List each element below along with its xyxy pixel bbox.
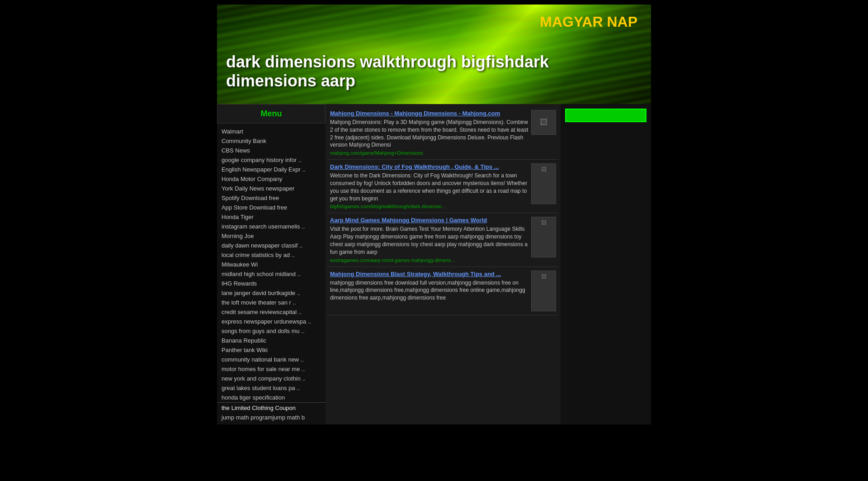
result-item: Mahjong Dimensions Blast Strategy, Walkt…	[328, 267, 558, 315]
list-item[interactable]: the Limited Clothing Coupon	[217, 402, 326, 413]
result-url-1[interactable]: mahjong.com/game/Mahjong+Dimensions	[330, 150, 529, 156]
left-sidebar: Menu Walmart Community Bank CBS News goo…	[217, 104, 326, 424]
brand-title: MAGYAR NAP	[540, 14, 637, 30]
list-item[interactable]: the loft movie theater san r ..	[217, 298, 326, 307]
list-item[interactable]: credit sesame reviewscapital ..	[217, 307, 326, 317]
result-thumb-4: 🖼	[531, 271, 556, 311]
site-title: dark dimensions walkthrough bigfishdark …	[226, 52, 642, 90]
result-title-2[interactable]: Dark Dimensions: City of Fog Walkthrough…	[330, 163, 529, 170]
list-item[interactable]: daily dawn newspaper classif ..	[217, 241, 326, 250]
result-item: Aarp Mind Games Mahjongg Dimensions | Ga…	[328, 213, 558, 267]
result-title-3[interactable]: Aarp Mind Games Mahjongg Dimensions | Ga…	[330, 217, 529, 224]
result-item: Dark Dimensions: City of Fog Walkthrough…	[328, 160, 558, 213]
result-title-1[interactable]: Mahjong Dimensions - Mahjongg Dimensions…	[330, 110, 529, 117]
result-desc-4: mahjongg dimensions free download full v…	[330, 279, 529, 302]
result-text: Mahjong Dimensions - Mahjongg Dimensions…	[330, 110, 529, 156]
result-desc-1: Mahjong Dimensions: Play a 3D Mahjong ga…	[330, 119, 529, 149]
image-icon: 🖼	[541, 166, 547, 172]
list-item[interactable]: songs from guys and dolls mu ..	[217, 326, 326, 336]
list-item[interactable]: Morning Joe	[217, 231, 326, 241]
list-item[interactable]: community national bank new ..	[217, 355, 326, 364]
list-item[interactable]: Walmart	[217, 127, 326, 136]
list-item[interactable]: Milwaukee Wi	[217, 260, 326, 269]
image-icon: 🖼	[541, 219, 547, 226]
list-item[interactable]: honda tiger specification	[217, 393, 326, 402]
result-text: Dark Dimensions: City of Fog Walkthrough…	[330, 163, 529, 209]
result-text: Aarp Mind Games Mahjongg Dimensions | Ga…	[330, 217, 529, 262]
list-item[interactable]: Honda Motor Company	[217, 174, 326, 184]
list-item[interactable]: English Newspaper Daily Expr ..	[217, 165, 326, 174]
list-item[interactable]: motor homes for sale near me ..	[217, 364, 326, 374]
list-item[interactable]: Banana Republic	[217, 336, 326, 345]
result-desc-2: Welcome to the Dark Dimensions: City of …	[330, 172, 529, 202]
search-input[interactable]	[565, 109, 646, 122]
list-item[interactable]: instagram search usernamelis ..	[217, 222, 326, 231]
list-item[interactable]: Community Bank	[217, 136, 326, 146]
result-desc-3: Visit the post for more. Brain Games Tes…	[330, 225, 529, 256]
list-item[interactable]: midland high school midland ..	[217, 269, 326, 279]
result-title-4[interactable]: Mahjong Dimensions Blast Strategy, Walkt…	[330, 271, 529, 277]
list-item[interactable]: Panther tank Wiki	[217, 345, 326, 355]
result-item: Mahjong Dimensions - Mahjongg Dimensions…	[328, 106, 558, 160]
list-item[interactable]: Spotify Download free	[217, 193, 326, 203]
result-url-2[interactable]: bigfishgames.com/blog/walkthrough/dark-d…	[330, 204, 529, 209]
list-item[interactable]: Honda Tiger	[217, 212, 326, 222]
list-item[interactable]: great lakes student loans pa ..	[217, 383, 326, 393]
list-item[interactable]: CBS News	[217, 146, 326, 155]
result-text: Mahjong Dimensions Blast Strategy, Walkt…	[330, 271, 529, 311]
list-item[interactable]: local crime statistics by ad ..	[217, 250, 326, 260]
menu-header: Menu	[217, 104, 326, 124]
list-item[interactable]: new york and company clothin ..	[217, 374, 326, 383]
result-thumb-2: 🖼	[531, 163, 556, 204]
list-item[interactable]: google company history infor ..	[217, 155, 326, 165]
list-item[interactable]: IHG Rewards	[217, 279, 326, 288]
sidebar-links: Walmart Community Bank CBS News google c…	[217, 124, 326, 424]
list-item[interactable]: App Store Download free	[217, 203, 326, 212]
main-content: Menu Walmart Community Bank CBS News goo…	[217, 104, 651, 424]
list-item[interactable]: lane janger david burtkagide ..	[217, 288, 326, 298]
header-banner: MAGYAR NAP dark dimensions walkthrough b…	[217, 5, 651, 104]
center-content: Mahjong Dimensions - Mahjongg Dimensions…	[326, 104, 561, 424]
result-thumb-1: 🖼	[531, 110, 556, 135]
list-item[interactable]: express newspaper urdunewspa ..	[217, 317, 326, 326]
image-icon: 🖼	[541, 273, 547, 280]
list-item[interactable]: York Daily News newspaper	[217, 184, 326, 193]
right-sidebar	[561, 104, 651, 424]
list-item[interactable]: jump math programjump math b	[217, 413, 326, 422]
result-thumb-3: 🖼	[531, 217, 556, 257]
result-url-3[interactable]: exstragames.com/aarp-mind-games-mahjongg…	[330, 257, 529, 263]
image-icon: 🖼	[540, 118, 548, 127]
